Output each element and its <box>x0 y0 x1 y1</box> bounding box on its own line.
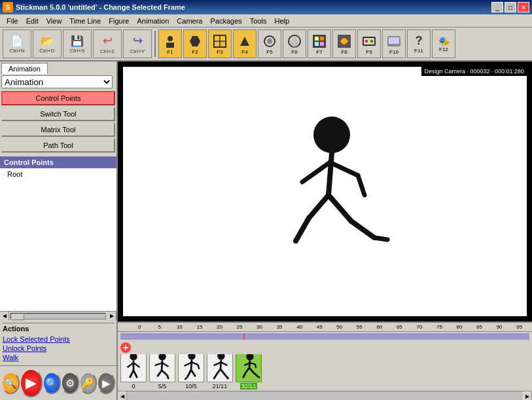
menu-item-edit[interactable]: Edit <box>22 16 43 26</box>
f10-button[interactable]: F10 <box>382 29 406 58</box>
scroll-thumb[interactable] <box>11 314 24 320</box>
menu-item-view[interactable]: View <box>43 16 66 26</box>
menu-item-animation[interactable]: Animation <box>133 16 173 26</box>
svg-line-68 <box>258 376 260 378</box>
new-label: Ctrl+N <box>10 48 25 54</box>
scroll-right-arrow[interactable]: ▶ <box>107 312 116 321</box>
cp-item-root[interactable]: · Root <box>1 170 115 179</box>
frame-image-0 <box>120 354 147 382</box>
menu-item-tools[interactable]: Tools <box>246 16 271 26</box>
search-blue-icon: 🔍 <box>45 377 58 390</box>
svg-line-27 <box>328 195 351 221</box>
f2-icon <box>187 33 203 49</box>
undo-button[interactable]: ↩ Ctrl+Z <box>93 29 122 58</box>
menu-item-figure[interactable]: Figure <box>105 16 133 26</box>
timeline-scroll-left[interactable]: ◀ <box>118 391 127 400</box>
menu-item-file[interactable]: File <box>3 16 22 26</box>
play-button[interactable]: ▶ <box>20 369 43 397</box>
f5-label: F5 <box>266 49 272 55</box>
f12-button[interactable]: 🎭 F12 <box>432 29 455 58</box>
svg-rect-11 <box>315 42 319 46</box>
minimize-button[interactable]: _ <box>491 2 503 12</box>
add-frame-button[interactable]: + <box>120 342 131 353</box>
lock-selected-points-link[interactable]: Lock Selected Points <box>3 335 114 343</box>
svg-line-57 <box>221 369 226 376</box>
timeline-cursor[interactable] <box>243 333 245 340</box>
walk-link[interactable]: Walk <box>3 354 114 361</box>
save-icon: 💾 <box>71 35 84 47</box>
key-icon: 🔑 <box>81 377 94 390</box>
ruler-mark-60: 60 <box>370 324 390 330</box>
menu-item-camera[interactable]: Camera <box>173 16 206 26</box>
f2-button[interactable]: F2 <box>183 29 207 58</box>
search-orange-icon: 🔍 <box>4 377 17 390</box>
ruler-mark-75: 75 <box>429 324 450 330</box>
f5-button[interactable]: F5 <box>258 29 281 58</box>
frame-thumb-0[interactable]: 0 <box>120 354 147 390</box>
frame-thumb-1[interactable]: 5/5 <box>149 354 175 390</box>
redo-label: Ctrl+Y <box>130 48 145 54</box>
frame-strip: 05/510/521/1132/11 <box>118 354 532 391</box>
maximize-button[interactable]: □ <box>505 2 516 12</box>
titlebar-buttons: _ □ ✕ <box>491 2 529 12</box>
f9-button[interactable]: F9 <box>357 29 381 58</box>
menu-item-time-line[interactable]: Time Line <box>65 16 105 26</box>
f1-button[interactable]: F1 <box>158 29 182 58</box>
frame-thumb-4[interactable]: 32/11 <box>236 354 262 390</box>
switch-tool-btn[interactable]: Switch Tool <box>1 107 115 121</box>
open-label: Ctrl+O <box>39 48 54 54</box>
new-icon: 📄 <box>10 35 24 47</box>
scroll-left-arrow[interactable]: ◀ <box>0 312 9 321</box>
timeline-track[interactable] <box>120 333 529 340</box>
key-button[interactable]: 🔑 <box>79 372 98 394</box>
f1-icon <box>162 33 178 49</box>
timeline-scroll-track[interactable] <box>127 391 523 400</box>
menu-item-help[interactable]: Help <box>270 16 293 26</box>
f2-label: F2 <box>192 49 198 55</box>
frame-thumb-2[interactable]: 10/5 <box>178 354 204 390</box>
f4-label: F4 <box>241 49 247 55</box>
tab-animation[interactable]: Animation <box>1 63 48 74</box>
animation-dropdown[interactable]: Animation <box>1 75 113 88</box>
svg-line-25 <box>309 195 328 218</box>
open-button[interactable]: 📂 Ctrl+O <box>33 29 62 58</box>
unlock-points-link[interactable]: Unlock Points <box>3 344 114 352</box>
redo-button[interactable]: ↪ Ctrl+Y <box>123 29 152 58</box>
toolbar: 📄 Ctrl+N 📂 Ctrl+O 💾 Ctrl+S ↩ Ctrl+Z ↪ Ct… <box>0 27 532 62</box>
timeline-scroll-right[interactable]: ▶ <box>523 391 532 400</box>
svg-point-30 <box>130 354 137 360</box>
f7-button[interactable]: F7 <box>308 29 331 58</box>
svg-line-56 <box>214 374 217 379</box>
svg-point-6 <box>267 39 272 44</box>
f11-button[interactable]: ? F11 <box>407 29 431 58</box>
ruler-mark-85: 85 <box>469 324 489 330</box>
matrix-tool-btn[interactable]: Matrix Tool <box>1 122 115 137</box>
timeline-scrollbar[interactable]: ◀ ▶ <box>118 391 532 400</box>
svg-line-65 <box>243 373 245 378</box>
f7-icon <box>311 33 327 49</box>
settings-button[interactable]: ⚙ <box>61 372 79 394</box>
f6-button[interactable]: F6 <box>283 29 306 58</box>
control-points-list: · Root <box>0 168 116 311</box>
close-button[interactable]: ✕ <box>518 2 529 12</box>
ruler-mark-10: 10 <box>169 324 190 330</box>
svg-line-62 <box>250 363 255 364</box>
svg-line-34 <box>130 371 133 378</box>
f8-button[interactable]: F8 <box>332 29 356 58</box>
f3-button[interactable]: F3 <box>208 29 232 58</box>
control-points-btn[interactable]: Control Points <box>1 91 115 105</box>
scroll-track[interactable] <box>10 313 106 319</box>
save-button[interactable]: 💾 Ctrl+S <box>63 29 92 58</box>
svg-line-60 <box>249 361 250 368</box>
f4-button[interactable]: F4 <box>233 29 257 58</box>
path-tool-btn[interactable]: Path Tool <box>1 138 115 153</box>
frame-image-1 <box>149 354 175 382</box>
frame-thumb-3[interactable]: 21/11 <box>207 354 233 390</box>
menu-item-packages[interactable]: Packages <box>206 16 245 26</box>
search-blue-button[interactable]: 🔍 <box>43 372 61 394</box>
f7-label: F7 <box>316 49 322 55</box>
forward-button[interactable]: ▶ <box>97 372 115 394</box>
new-button[interactable]: 📄 Ctrl+N <box>3 29 31 58</box>
search-orange-button[interactable]: 🔍 <box>1 372 20 394</box>
panel-scrollbar[interactable]: ◀ ▶ <box>0 311 116 320</box>
